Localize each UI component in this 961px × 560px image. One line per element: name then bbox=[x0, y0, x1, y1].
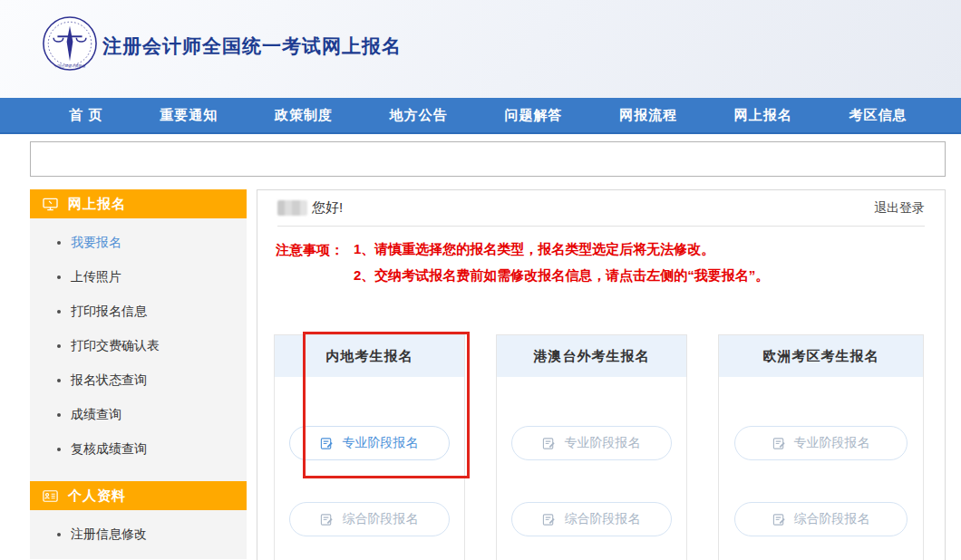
professional-stage-button[interactable]: 专业阶段报名 bbox=[289, 426, 451, 460]
edit-note-icon bbox=[542, 513, 556, 526]
button-label: 综合阶段报名 bbox=[564, 511, 640, 527]
sidebar-section-personal-profile: 个人资料 bbox=[30, 481, 247, 510]
monitor-icon bbox=[43, 198, 58, 211]
notice-label: 注意事项： bbox=[276, 242, 354, 294]
card-title: 港澳台外考生报名 bbox=[497, 335, 686, 377]
main-panel: 您好! 退出登录 注意事项： 1、请慎重选择您的报名类型，报名类型选定后将无法修… bbox=[257, 189, 946, 560]
button-label: 专业阶段报名 bbox=[342, 435, 418, 451]
greeting-text: 您好! bbox=[312, 199, 343, 217]
comprehensive-stage-button[interactable]: 综合阶段报名 bbox=[289, 502, 451, 536]
greeting-divider bbox=[277, 226, 925, 227]
nav-item-registration-process[interactable]: 网报流程 bbox=[619, 107, 677, 124]
sidebar-section-title: 个人资料 bbox=[68, 488, 126, 505]
sidebar-item-upload-photo[interactable]: 上传照片 bbox=[30, 260, 247, 294]
site-header: 中国注册会计师协会 注册会计师全国统一考试网上报名 bbox=[0, 0, 961, 98]
button-label: 专业阶段报名 bbox=[794, 435, 870, 451]
edit-note-icon bbox=[320, 513, 334, 526]
announcement-box bbox=[30, 141, 946, 177]
card-europe-candidates: 欧洲考区考生报名 专业阶段报名 综合阶段报名 bbox=[718, 334, 924, 560]
nav-item-home[interactable]: 首 页 bbox=[69, 107, 102, 124]
nav-item-exam-area-info[interactable]: 考区信息 bbox=[849, 107, 908, 124]
notice-line: 1、请慎重选择您的报名类型，报名类型选定后将无法修改。 bbox=[354, 242, 769, 256]
svg-text:中国注册会计师协会: 中国注册会计师协会 bbox=[54, 63, 86, 68]
nav-item-important-notices[interactable]: 重要通知 bbox=[160, 107, 218, 124]
notice-line: 2、交纳考试报名费前如需修改报名信息，请点击左侧的“我要报名”。 bbox=[354, 268, 769, 282]
censored-username bbox=[277, 200, 307, 216]
nav-item-faq[interactable]: 问题解答 bbox=[504, 107, 562, 124]
sidebar-section-title: 网上报名 bbox=[68, 196, 126, 213]
id-card-icon bbox=[43, 490, 58, 502]
professional-stage-button[interactable]: 专业阶段报名 bbox=[511, 426, 673, 460]
sidebar-item-print-registration-info[interactable]: 打印报名信息 bbox=[30, 294, 247, 329]
card-title: 欧洲考区考生报名 bbox=[719, 335, 923, 377]
greeting: 您好! bbox=[277, 199, 343, 217]
sidebar-item-edit-registration-info[interactable]: 注册信息修改 bbox=[30, 517, 247, 552]
logout-link[interactable]: 退出登录 bbox=[874, 200, 925, 217]
page-title: 注册会计师全国统一考试网上报名 bbox=[102, 34, 402, 59]
notice-lines: 1、请慎重选择您的报名类型，报名类型选定后将无法修改。 2、交纳考试报名费前如需… bbox=[354, 242, 769, 294]
edit-note-icon bbox=[772, 437, 786, 450]
cicpa-seal-logo: 中国注册会计师协会 bbox=[42, 15, 98, 72]
sidebar-item-print-payment-confirmation[interactable]: 打印交费确认表 bbox=[30, 329, 247, 363]
button-label: 综合阶段报名 bbox=[794, 511, 870, 527]
button-label: 专业阶段报名 bbox=[564, 435, 640, 451]
comprehensive-stage-button[interactable]: 综合阶段报名 bbox=[511, 502, 673, 536]
nav-item-policies[interactable]: 政策制度 bbox=[275, 107, 333, 124]
notice-section: 注意事项： 1、请慎重选择您的报名类型，报名类型选定后将无法修改。 2、交纳考试… bbox=[276, 242, 945, 294]
sidebar: 网上报名 我要报名 上传照片 打印报名信息 打印交费确认表 报名状态查询 成绩查… bbox=[30, 189, 247, 559]
sidebar-item-score-review-query[interactable]: 复核成绩查询 bbox=[30, 432, 247, 467]
sidebar-group-body: 注册信息修改 bbox=[30, 510, 247, 559]
card-title: 内地考生报名 bbox=[275, 335, 464, 377]
edit-note-icon bbox=[772, 513, 786, 526]
nav-item-online-registration[interactable]: 网上报名 bbox=[734, 107, 792, 124]
nav-item-local-announcements[interactable]: 地方公告 bbox=[390, 107, 448, 124]
card-mainland-candidates: 内地考生报名 专业阶段报名 综合阶段报名 bbox=[274, 334, 465, 560]
comprehensive-stage-button[interactable]: 综合阶段报名 bbox=[734, 502, 908, 536]
edit-note-icon bbox=[542, 437, 556, 450]
sidebar-item-registration-status-query[interactable]: 报名状态查询 bbox=[30, 363, 247, 398]
sidebar-item-apply[interactable]: 我要报名 bbox=[30, 226, 247, 260]
main-nav: 首 页 重要通知 政策制度 地方公告 问题解答 网报流程 网上报名 考区信息 bbox=[0, 98, 961, 134]
professional-stage-button[interactable]: 专业阶段报名 bbox=[734, 426, 908, 460]
edit-note-icon bbox=[320, 437, 334, 450]
sidebar-item-score-query[interactable]: 成绩查询 bbox=[30, 398, 247, 432]
page: 中国注册会计师协会 注册会计师全国统一考试网上报名 首 页 重要通知 政策制度 … bbox=[0, 0, 961, 560]
card-hmt-foreign-candidates: 港澳台外考生报名 专业阶段报名 综合阶段报名 bbox=[496, 334, 687, 560]
button-label: 综合阶段报名 bbox=[342, 511, 418, 527]
registration-cards: 内地考生报名 专业阶段报名 综合阶段报名 bbox=[274, 334, 924, 560]
greeting-row: 您好! 退出登录 bbox=[257, 190, 945, 226]
sidebar-group-body: 我要报名 上传照片 打印报名信息 打印交费确认表 报名状态查询 成绩查询 复核成… bbox=[30, 218, 247, 481]
sidebar-section-online-registration: 网上报名 bbox=[30, 189, 247, 218]
